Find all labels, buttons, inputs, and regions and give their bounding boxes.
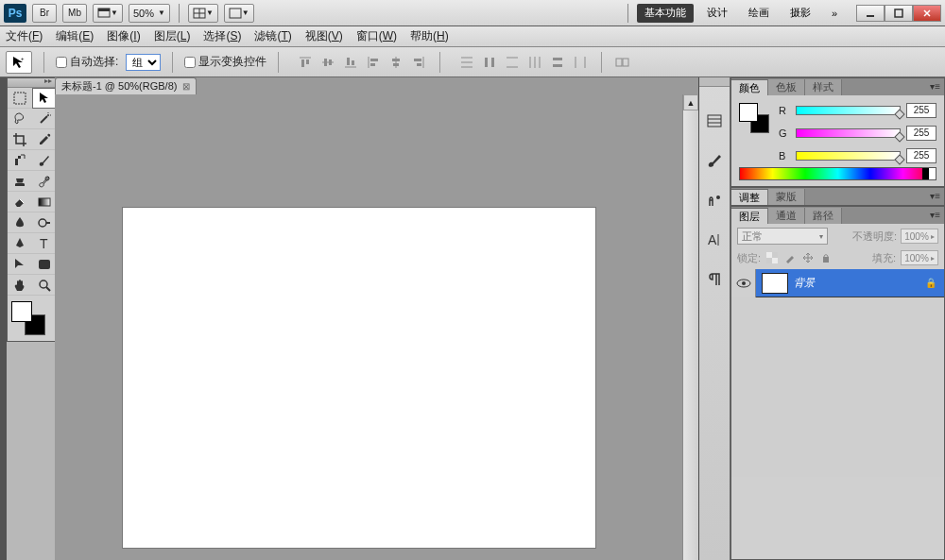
- paragraph-panel-icon[interactable]: [703, 268, 726, 291]
- collapsed-panel-strip: A: [699, 77, 730, 560]
- brush-panel-icon[interactable]: [703, 149, 726, 172]
- brush-presets-icon[interactable]: [703, 189, 726, 212]
- blend-mode-select[interactable]: 正常▾: [737, 228, 828, 245]
- view-extras-button[interactable]: ▼: [188, 4, 218, 23]
- r-slider[interactable]: [796, 106, 901, 115]
- layer-item[interactable]: 背景 🔒: [731, 269, 944, 297]
- right-dock: A 颜色 色板 样式 ▾≡: [698, 77, 945, 560]
- screen-mode-button[interactable]: ▼: [93, 4, 123, 23]
- align-vcenter-icon[interactable]: [318, 53, 337, 72]
- menu-filter[interactable]: 滤镜(T): [254, 28, 291, 44]
- lock-pixels-icon[interactable]: [783, 251, 797, 264]
- window-maximize-button[interactable]: [885, 5, 913, 22]
- history-panel-icon[interactable]: [703, 110, 726, 132]
- b-value-input[interactable]: 255: [906, 148, 936, 163]
- layers-panel-menu-icon[interactable]: ▾≡: [930, 210, 940, 220]
- distribute-bottom-icon[interactable]: [503, 53, 522, 72]
- color-spectrum-ramp[interactable]: [739, 167, 936, 180]
- color-panel-menu-icon[interactable]: ▾≡: [930, 81, 940, 92]
- menu-image[interactable]: 图像(I): [107, 28, 140, 44]
- auto-select-checkbox[interactable]: 自动选择:: [56, 54, 118, 70]
- menu-help[interactable]: 帮助(H): [410, 28, 449, 44]
- svg-text:A: A: [708, 232, 717, 247]
- svg-text:+: +: [21, 56, 25, 61]
- lock-all-icon[interactable]: [819, 251, 833, 264]
- tab-color[interactable]: 颜色: [731, 79, 768, 95]
- close-tab-icon[interactable]: ⊠: [182, 81, 190, 92]
- canvas[interactable]: [123, 208, 595, 548]
- auto-align-icon[interactable]: [613, 53, 632, 72]
- window-minimize-button[interactable]: [856, 5, 885, 22]
- menu-select[interactable]: 选择(S): [203, 28, 241, 44]
- tab-adjustments[interactable]: 调整: [731, 189, 768, 205]
- strip-collapse-handle[interactable]: [699, 77, 730, 87]
- scroll-up-icon[interactable]: ▲: [683, 94, 698, 110]
- layer-thumbnail[interactable]: [762, 273, 788, 294]
- auto-select-target[interactable]: 组: [126, 54, 161, 71]
- canvas-viewport[interactable]: [55, 94, 682, 560]
- app-logo: Ps: [4, 4, 26, 23]
- workspace-more[interactable]: »: [824, 4, 845, 23]
- workspace-photography[interactable]: 摄影: [782, 4, 818, 23]
- fill-input[interactable]: 100%▸: [901, 250, 938, 265]
- svg-rect-1: [98, 8, 110, 11]
- zoom-level-combo[interactable]: 50%▼: [129, 4, 170, 23]
- r-value-input[interactable]: 255: [906, 103, 936, 118]
- color-panel-swatches[interactable]: [739, 103, 769, 133]
- tab-styles[interactable]: 样式: [805, 79, 842, 95]
- document-tab[interactable]: 未标题-1 @ 50%(RGB/8) ⊠: [55, 77, 197, 94]
- arrange-docs-button[interactable]: ▼: [224, 4, 254, 23]
- document-title: 未标题-1 @ 50%(RGB/8): [61, 79, 177, 93]
- distribute-top-icon[interactable]: [457, 53, 476, 72]
- character-panel-icon[interactable]: A: [703, 229, 726, 251]
- minibridge-button[interactable]: Mb: [62, 4, 87, 23]
- workspace-design[interactable]: 设计: [699, 4, 735, 23]
- svg-rect-24: [392, 59, 400, 61]
- tab-channels[interactable]: 通道: [768, 208, 805, 224]
- workspace-painting[interactable]: 绘画: [741, 4, 777, 23]
- adjustments-panel: 调整 蒙版 ▾≡: [730, 187, 945, 206]
- distribute-hcenter-icon[interactable]: [548, 53, 567, 72]
- layer-visibility-toggle[interactable]: [731, 269, 756, 297]
- lock-transparent-icon[interactable]: [765, 251, 779, 264]
- layer-list: 背景 🔒: [731, 269, 944, 477]
- menu-layer[interactable]: 图层(L): [154, 28, 191, 44]
- fill-label: 填充:: [872, 251, 896, 265]
- workspace-basic[interactable]: 基本功能: [637, 4, 694, 23]
- tab-paths[interactable]: 路径: [805, 208, 842, 224]
- g-label: G: [779, 127, 790, 139]
- g-slider[interactable]: [796, 128, 901, 138]
- tab-swatches[interactable]: 色板: [768, 79, 805, 95]
- distribute-right-icon[interactable]: [571, 53, 590, 72]
- opacity-input[interactable]: 100%▸: [901, 229, 938, 244]
- adjust-panel-menu-icon[interactable]: ▾≡: [930, 191, 940, 201]
- opacity-label: 不透明度:: [852, 229, 897, 244]
- svg-rect-25: [393, 63, 399, 66]
- b-slider[interactable]: [796, 151, 901, 161]
- align-right-icon[interactable]: [409, 53, 428, 72]
- align-top-icon[interactable]: [296, 53, 315, 72]
- align-left-icon[interactable]: [364, 53, 383, 72]
- svg-rect-27: [414, 59, 421, 61]
- align-bottom-icon[interactable]: [341, 53, 360, 72]
- current-tool-indicator[interactable]: +: [6, 51, 32, 74]
- show-transform-checkbox[interactable]: 显示变换控件: [184, 54, 266, 70]
- menu-file[interactable]: 文件(F): [6, 28, 43, 44]
- menu-window[interactable]: 窗口(W): [356, 28, 397, 44]
- menu-view[interactable]: 视图(V): [305, 28, 343, 44]
- svg-rect-15: [324, 59, 327, 66]
- bridge-button[interactable]: Br: [32, 4, 57, 23]
- distribute-vcenter-icon[interactable]: [480, 53, 499, 72]
- menu-edit[interactable]: 编辑(E): [56, 28, 94, 44]
- g-value-input[interactable]: 255: [906, 126, 936, 141]
- layer-name[interactable]: 背景: [794, 276, 925, 290]
- tab-masks[interactable]: 蒙版: [768, 189, 805, 205]
- window-close-button[interactable]: [913, 5, 941, 22]
- b-label: B: [779, 150, 790, 161]
- lock-position-icon[interactable]: [801, 251, 815, 264]
- align-hcenter-icon[interactable]: [387, 53, 405, 72]
- vertical-scrollbar[interactable]: ▲: [682, 94, 698, 560]
- distribute-left-icon[interactable]: [525, 53, 544, 72]
- panel-fg-swatch[interactable]: [739, 103, 758, 122]
- tab-layers[interactable]: 图层: [731, 208, 768, 224]
